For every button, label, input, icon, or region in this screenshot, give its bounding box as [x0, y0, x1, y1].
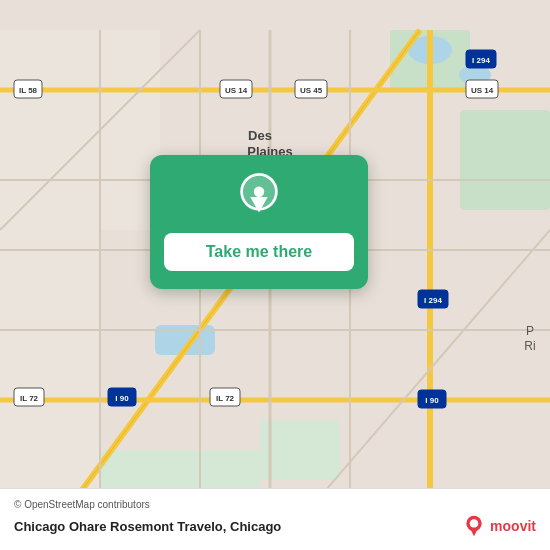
svg-text:IL 72: IL 72 — [216, 394, 235, 403]
svg-rect-5 — [260, 420, 340, 480]
svg-point-52 — [254, 187, 264, 197]
svg-text:IL 72: IL 72 — [20, 394, 39, 403]
svg-text:IL 58: IL 58 — [19, 86, 38, 95]
svg-text:US 14: US 14 — [471, 86, 494, 95]
svg-text:I 294: I 294 — [472, 56, 490, 65]
svg-text:US 45: US 45 — [300, 86, 323, 95]
location-name: Chicago Ohare Rosemont Travelo, Chicago — [14, 519, 281, 534]
svg-text:Ri: Ri — [524, 339, 535, 353]
svg-marker-56 — [470, 528, 479, 537]
moovit-logo: moovit — [462, 514, 536, 538]
bottom-bar: © OpenStreetMap contributors Chicago Oha… — [0, 488, 550, 550]
map-attribution: © OpenStreetMap contributors — [14, 499, 536, 510]
svg-rect-2 — [460, 110, 550, 210]
moovit-label: moovit — [490, 518, 536, 534]
cta-card: Take me there — [150, 155, 368, 289]
svg-text:Des: Des — [248, 128, 272, 143]
map-container: IL 58 US 14 US 45 I 294 US 14 I 90 IL 72… — [0, 0, 550, 550]
take-me-there-button[interactable]: Take me there — [164, 233, 354, 271]
svg-text:US 14: US 14 — [225, 86, 248, 95]
svg-rect-9 — [0, 30, 160, 230]
svg-point-55 — [470, 519, 479, 528]
svg-text:I 294: I 294 — [424, 296, 442, 305]
svg-text:I 90: I 90 — [115, 394, 129, 403]
svg-rect-10 — [0, 230, 100, 510]
svg-text:I 90: I 90 — [425, 396, 439, 405]
svg-text:P: P — [526, 324, 534, 338]
location-pin-icon — [233, 171, 285, 223]
moovit-icon — [462, 514, 486, 538]
